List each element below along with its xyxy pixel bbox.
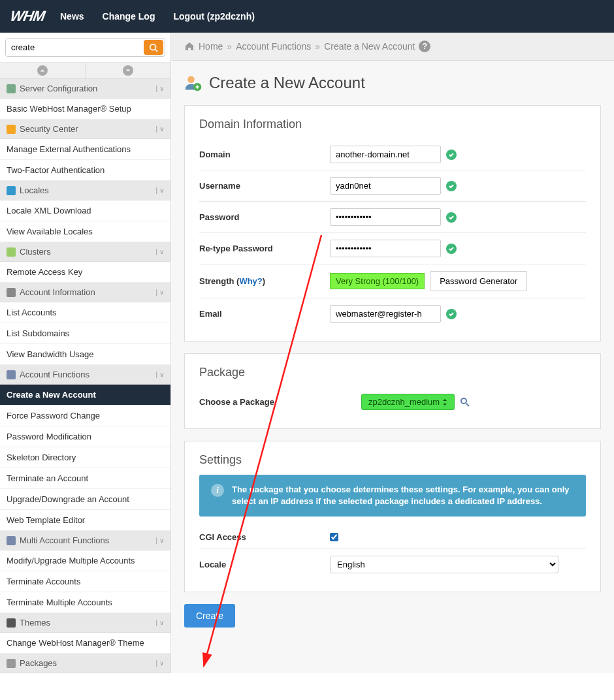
locale-select[interactable]: English [330,556,558,573]
page-title-row: Create a New Account [184,74,601,92]
cgi-checkbox[interactable] [330,533,338,541]
help-icon[interactable]: ? [419,40,430,52]
nav-item-upgrade-downgrade-an-account[interactable]: Upgrade/Downgrade an Account [0,489,170,510]
create-account-icon [184,74,202,92]
domain-input[interactable] [330,146,441,163]
locale-label: Locale [199,560,330,569]
username-label: Username [199,181,330,191]
select-arrows-icon [442,398,447,406]
nav-list: Server Configuration| ∨Basic WebHost Man… [0,79,170,673]
password-generator-button[interactable]: Password Generator [430,271,527,291]
svg-line-5 [466,404,469,406]
nav-group-multi-account-functions[interactable]: Multi Account Functions| ∨ [0,531,170,550]
email-label: Email [199,309,330,319]
check-icon [446,181,457,191]
check-icon [446,150,457,160]
cgi-label: CGI Access [199,532,330,542]
nav-item-terminate-accounts[interactable]: Terminate Accounts [0,571,170,592]
nav-group-account-functions[interactable]: Account Functions| ∨ [0,365,170,385]
magnify-icon[interactable] [460,397,470,407]
main-content: Home » Account Functions » Create a New … [171,33,614,673]
breadcrumb-home[interactable]: Home [199,41,223,52]
breadcrumb: Home » Account Functions » Create a New … [171,33,614,61]
breadcrumb-sep: » [227,41,232,52]
nav-group-security-center[interactable]: Security Center| ∨ [0,119,170,139]
nav-group-locales[interactable]: Locales| ∨ [0,181,170,200]
nav-group-server-configuration[interactable]: Server Configuration| ∨ [0,79,170,99]
svg-point-4 [461,398,466,404]
choose-package-label: Choose a Package [199,397,330,407]
nav-collapse-up[interactable] [0,63,86,78]
nav-group-packages[interactable]: Packages| ∨ [0,654,170,673]
nav-item-terminate-multiple-accounts[interactable]: Terminate Multiple Accounts [0,592,170,613]
info-text: The package that you choose determines t… [232,484,574,507]
nav-item-locale-xml-download[interactable]: Locale XML Download [0,200,170,221]
breadcrumb-sep: » [315,41,320,52]
nav-logout[interactable]: Logout (zp2dcznh) [173,11,254,22]
whm-logo: WHM [10,8,44,25]
info-box: i The package that you choose determines… [199,475,586,517]
nav-item-basic-webhost-manager-setup[interactable]: Basic WebHost Manager® Setup [0,99,170,119]
search-button[interactable] [144,40,163,55]
svg-point-2 [187,76,195,84]
strength-label: Strength (Why?) [199,276,330,286]
nav-collapse-down[interactable] [86,63,170,78]
nav-item-change-webhost-manager-theme[interactable]: Change WebHost Manager® Theme [0,633,170,654]
domain-info-panel: Domain Information Domain Username [184,105,601,342]
nav-item-create-a-new-account[interactable]: Create a New Account [0,385,170,406]
check-icon [446,212,457,223]
nav-group-themes[interactable]: Themes| ∨ [0,613,170,633]
check-icon [446,244,457,254]
nav-item-two-factor-authentication[interactable]: Two-Factor Authentication [0,160,170,181]
top-navbar: WHM News Change Log Logout (zp2dcznh) [0,0,614,33]
nav-item-skeleton-directory[interactable]: Skeleton Directory [0,447,170,468]
svg-line-1 [155,49,158,52]
nav-item-list-subdomains[interactable]: List Subdomains [0,323,170,344]
nav-item-view-bandwidth-usage[interactable]: View Bandwidth Usage [0,344,170,365]
domain-label: Domain [199,150,330,159]
password-input[interactable] [330,208,441,226]
nav-item-remote-access-key[interactable]: Remote Access Key [0,262,170,283]
nav-item-modify-upgrade-multiple-accounts[interactable]: Modify/Upgrade Multiple Accounts [0,550,170,571]
home-icon [184,41,195,52]
search-input[interactable] [6,39,142,56]
nav-item-list-accounts[interactable]: List Accounts [0,302,170,323]
password-label: Password [199,212,330,222]
username-input[interactable] [330,177,441,195]
nav-item-web-template-editor[interactable]: Web Template Editor [0,510,170,531]
settings-panel: Settings i The package that you choose d… [184,441,601,592]
package-title: Package [199,366,586,379]
nav-item-view-available-locales[interactable]: View Available Locales [0,221,170,242]
breadcrumb-current: Create a New Account [324,41,415,52]
why-link[interactable]: Why? [239,276,262,286]
nav-item-terminate-an-account[interactable]: Terminate an Account [0,468,170,489]
domain-info-title: Domain Information [199,118,586,131]
package-select[interactable]: zp2dcznh_medium [361,394,455,410]
repassword-label: Re-type Password [199,244,330,253]
settings-title: Settings [199,453,586,467]
chevron-up-icon [40,68,45,73]
nav-item-manage-external-authentications[interactable]: Manage External Authentications [0,139,170,160]
search-icon [149,43,158,52]
package-panel: Package Choose a Package zp2dcznh_medium [184,353,601,429]
email-input[interactable] [330,305,441,323]
chevron-down-icon [125,68,131,73]
breadcrumb-section[interactable]: Account Functions [236,41,311,52]
check-icon [446,309,457,319]
info-icon: i [211,484,224,497]
nav-item-password-modification[interactable]: Password Modification [0,426,170,447]
nav-news[interactable]: News [60,11,84,22]
nav-arrows [0,63,170,79]
svg-point-0 [150,44,156,50]
nav-group-account-information[interactable]: Account Information| ∨ [0,283,170,302]
search-bar [0,33,170,63]
nav-group-clusters[interactable]: Clusters| ∨ [0,242,170,262]
sidebar: Server Configuration| ∨Basic WebHost Man… [0,33,171,673]
strength-badge: Very Strong (100/100) [330,273,425,289]
page-title: Create a New Account [209,74,365,92]
repassword-input[interactable] [330,240,441,257]
create-button[interactable]: Create [184,604,235,628]
nav-changelog[interactable]: Change Log [103,11,155,22]
nav-item-force-password-change[interactable]: Force Password Change [0,406,170,426]
